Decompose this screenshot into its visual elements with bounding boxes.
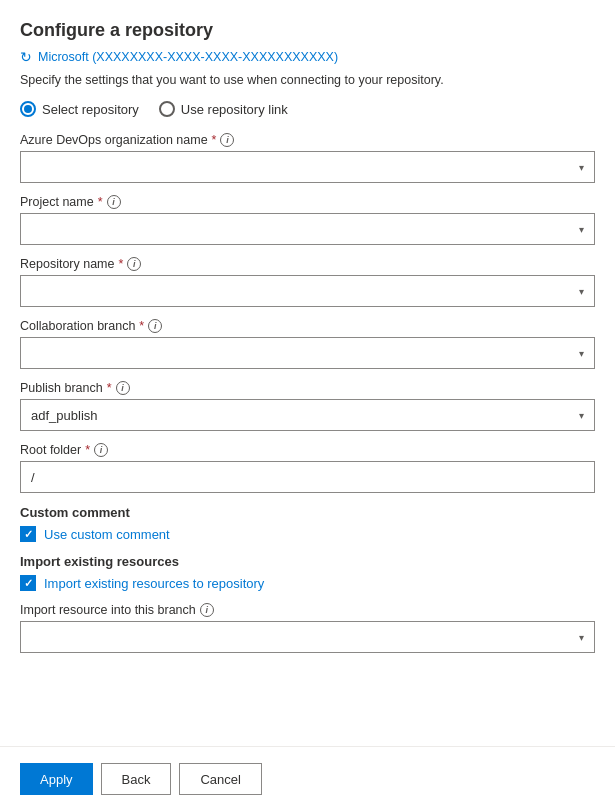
account-label: Microsoft (XXXXXXXX-XXXX-XXXX-XXXXXXXXXX… xyxy=(38,50,338,64)
back-button[interactable]: Back xyxy=(101,763,172,795)
footer: Apply Back Cancel xyxy=(0,747,615,811)
collab-branch-label: Collaboration branch * i xyxy=(20,319,595,333)
import-branch-dropdown[interactable]: ▾ xyxy=(20,621,595,653)
import-branch-chevron: ▾ xyxy=(579,632,584,643)
root-folder-input[interactable] xyxy=(20,461,595,493)
repo-name-dropdown[interactable]: ▾ xyxy=(20,275,595,307)
collab-branch-field-group: Collaboration branch * i ▾ xyxy=(20,319,595,369)
import-resources-label: Import existing resources to repository xyxy=(44,576,264,591)
use-custom-comment-check-icon: ✓ xyxy=(24,528,33,541)
root-info-icon[interactable]: i xyxy=(94,443,108,457)
use-repository-link-label: Use repository link xyxy=(181,102,288,117)
org-name-field-group: Azure DevOps organization name * i ▾ xyxy=(20,133,595,183)
use-custom-comment-label: Use custom comment xyxy=(44,527,170,542)
root-required-star: * xyxy=(85,443,90,457)
publish-required-star: * xyxy=(107,381,112,395)
org-name-label: Azure DevOps organization name * i xyxy=(20,133,595,147)
custom-comment-section-label: Custom comment xyxy=(20,505,595,520)
cancel-button[interactable]: Cancel xyxy=(179,763,261,795)
refresh-icon[interactable]: ↻ xyxy=(20,49,32,65)
repo-name-field-group: Repository name * i ▾ xyxy=(20,257,595,307)
repository-type-radio-group: Select repository Use repository link xyxy=(20,101,595,117)
import-branch-label: Import resource into this branch i xyxy=(20,603,595,617)
org-info-icon[interactable]: i xyxy=(220,133,234,147)
account-row: ↻ Microsoft (XXXXXXXX-XXXX-XXXX-XXXXXXXX… xyxy=(20,49,595,65)
apply-button[interactable]: Apply xyxy=(20,763,93,795)
use-repository-link-option[interactable]: Use repository link xyxy=(159,101,288,117)
use-custom-comment-checkbox-row[interactable]: ✓ Use custom comment xyxy=(20,526,595,542)
import-resources-section-label: Import existing resources xyxy=(20,554,595,569)
repo-name-chevron: ▾ xyxy=(579,286,584,297)
project-name-label: Project name * i xyxy=(20,195,595,209)
project-required-star: * xyxy=(98,195,103,209)
repo-required-star: * xyxy=(119,257,124,271)
publish-branch-field-group: Publish branch * i adf_publish ▾ xyxy=(20,381,595,431)
use-custom-comment-checkbox[interactable]: ✓ xyxy=(20,526,36,542)
import-resources-checkbox[interactable]: ✓ xyxy=(20,575,36,591)
publish-branch-chevron: ▾ xyxy=(579,410,584,421)
org-required-star: * xyxy=(212,133,217,147)
publish-branch-dropdown[interactable]: adf_publish ▾ xyxy=(20,399,595,431)
use-repository-link-radio[interactable] xyxy=(159,101,175,117)
select-repository-label: Select repository xyxy=(42,102,139,117)
description-text: Specify the settings that you want to us… xyxy=(20,73,595,87)
import-branch-field-group: Import resource into this branch i ▾ xyxy=(20,603,595,653)
collab-required-star: * xyxy=(139,319,144,333)
publish-branch-label: Publish branch * i xyxy=(20,381,595,395)
project-name-chevron: ▾ xyxy=(579,224,584,235)
page-title: Configure a repository xyxy=(20,20,595,41)
collab-info-icon[interactable]: i xyxy=(148,319,162,333)
repo-info-icon[interactable]: i xyxy=(127,257,141,271)
repo-name-label: Repository name * i xyxy=(20,257,595,271)
import-resources-section: Import existing resources ✓ Import exist… xyxy=(20,554,595,591)
select-repository-option[interactable]: Select repository xyxy=(20,101,139,117)
collab-branch-chevron: ▾ xyxy=(579,348,584,359)
import-branch-info-icon[interactable]: i xyxy=(200,603,214,617)
org-name-chevron: ▾ xyxy=(579,162,584,173)
root-folder-field-group: Root folder * i xyxy=(20,443,595,493)
project-info-icon[interactable]: i xyxy=(107,195,121,209)
custom-comment-section: Custom comment ✓ Use custom comment xyxy=(20,505,595,542)
select-repository-radio[interactable] xyxy=(20,101,36,117)
project-name-field-group: Project name * i ▾ xyxy=(20,195,595,245)
collab-branch-dropdown[interactable]: ▾ xyxy=(20,337,595,369)
publish-info-icon[interactable]: i xyxy=(116,381,130,395)
root-folder-label: Root folder * i xyxy=(20,443,595,457)
project-name-dropdown[interactable]: ▾ xyxy=(20,213,595,245)
publish-branch-value: adf_publish xyxy=(31,408,571,423)
import-resources-checkbox-row[interactable]: ✓ Import existing resources to repositor… xyxy=(20,575,595,591)
import-resources-check-icon: ✓ xyxy=(24,577,33,590)
org-name-dropdown[interactable]: ▾ xyxy=(20,151,595,183)
